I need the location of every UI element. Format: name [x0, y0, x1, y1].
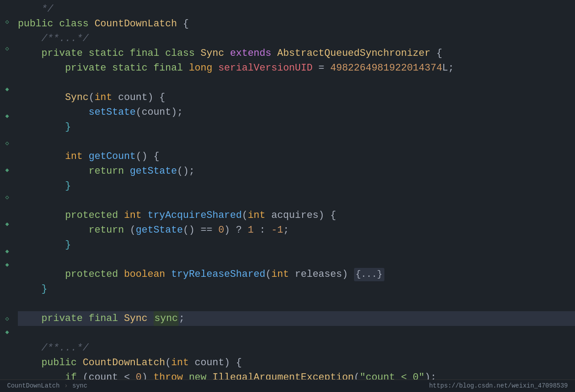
- gutter-icon-7[interactable]: ◆: [3, 83, 11, 96]
- line-10: [18, 134, 575, 149]
- line-22: private final Sync sync;: [18, 311, 575, 326]
- token-count1: count) {: [118, 90, 165, 105]
- token-static2: static: [112, 61, 153, 75]
- editor-container: ◇ ◇ ◆ ◆ ◇ ◆ ◇ ◆ ◆ ◆ ◇ ◆: [0, 0, 575, 392]
- token-new: new: [189, 370, 212, 379]
- token-sync2: Sync: [65, 90, 89, 105]
- gutter-icon-28: [3, 366, 11, 379]
- line-3: /**...*/: [18, 31, 575, 46]
- token-if: if: [65, 370, 83, 379]
- token-long: long: [189, 61, 218, 75]
- gutter-icon-4[interactable]: ◇: [3, 42, 11, 56]
- token-indent14: [18, 282, 42, 296]
- line-2: public class CountDownLatch {: [18, 17, 575, 31]
- token-int4: int: [248, 208, 271, 223]
- breadcrumb-member: sync: [72, 381, 88, 391]
- gutter-icon-19[interactable]: ◆: [3, 245, 11, 258]
- token-return2: return: [88, 223, 129, 238]
- token-close1: }: [65, 120, 71, 134]
- token-ta-paren: (: [242, 208, 248, 223]
- gutter-icon-27: [3, 353, 11, 366]
- token-aqs: AbstractQueuedSynchronizer: [277, 46, 436, 61]
- token-class: class: [59, 17, 94, 31]
- token-zero: 0: [218, 223, 224, 238]
- token-paren-open: (: [130, 223, 136, 238]
- code-area: ◇ ◇ ◆ ◆ ◇ ◆ ◇ ◆ ◆ ◆ ◇ ◆: [0, 0, 575, 379]
- token-class2: class: [165, 46, 200, 61]
- token-indent15: [18, 311, 42, 326]
- token-close4: }: [42, 282, 47, 296]
- token-indent17: [18, 355, 42, 370]
- gutter-icon-17[interactable]: ◆: [3, 218, 11, 231]
- token-number: 4982264981922014374: [330, 61, 442, 75]
- line-7: Sync(int count) {: [18, 90, 575, 105]
- token-iae-close: );: [425, 370, 436, 379]
- token-tryrelease: tryReleaseShared: [171, 267, 265, 282]
- gutter-icon-18: [3, 231, 11, 245]
- token-public2: public: [42, 355, 83, 370]
- token-ternary: () ==: [183, 223, 218, 238]
- token-tryacquire: tryAcquireShared: [147, 208, 242, 223]
- line-26: if (count < 0) throw new IllegalArgument…: [18, 370, 575, 379]
- line-13: }: [18, 179, 575, 193]
- gutter-icon-5: [3, 56, 11, 69]
- token-if-paren: (count <: [83, 370, 136, 379]
- token-setstate-args: (count);: [136, 105, 183, 120]
- token-eq: =: [312, 61, 330, 75]
- gutter-icon-13[interactable]: ◆: [3, 164, 11, 177]
- token-boolean: boolean: [124, 267, 171, 282]
- token-sync3: Sync: [124, 311, 154, 326]
- token-indent5: [18, 105, 88, 120]
- token-getstate2: getState: [136, 223, 183, 238]
- gutter-icon-23: [3, 299, 11, 312]
- token-int3: int: [124, 208, 148, 223]
- token-javadoc2: /**...*/: [42, 341, 89, 355]
- gutter-icon-16: [3, 204, 11, 217]
- token-extends: extends: [230, 46, 277, 61]
- status-url: https://blog.csdn.net/weixin_47098539: [429, 381, 568, 391]
- gutter-icon-1: [3, 2, 11, 15]
- token-final1: final: [130, 46, 165, 61]
- gutter-icon-15[interactable]: ◇: [3, 191, 11, 204]
- token-final3: final: [88, 311, 124, 326]
- token-indent3: [18, 61, 65, 75]
- token-comment-end: */: [18, 2, 53, 17]
- token-gc-paren: () {: [136, 149, 159, 164]
- token-neg1: -1: [271, 223, 283, 238]
- gutter-icon-21: [3, 271, 11, 285]
- token-indent16: [18, 341, 42, 355]
- gutter-icon-24[interactable]: ◇: [3, 312, 11, 325]
- gutter-icon-20[interactable]: ◆: [3, 258, 11, 271]
- token-getcount: getCount: [88, 149, 136, 164]
- token-classname: CountDownLatch: [95, 17, 183, 31]
- token-int6: int: [171, 355, 195, 370]
- token-close2: }: [65, 179, 71, 193]
- gutter-icon-22: [3, 285, 11, 299]
- token-cdl-paren: (: [165, 355, 171, 370]
- token-if-close: ): [142, 370, 153, 379]
- gutter-icon-2[interactable]: ◇: [3, 15, 11, 29]
- token-releases: releases): [295, 267, 354, 282]
- gutter-icon-9[interactable]: ◆: [3, 110, 11, 123]
- token-serialuid: serialVersionUID: [218, 61, 312, 75]
- gutter-icon-25[interactable]: ◆: [3, 325, 11, 339]
- line-21: [18, 296, 575, 311]
- gutter-icon-11[interactable]: ◇: [3, 137, 11, 150]
- line-4: private static final class Sync extends …: [18, 46, 575, 61]
- line-16: return (getState() == 0) ? 1 : -1;: [18, 223, 575, 238]
- token-getstate: getState: [130, 164, 177, 179]
- token-indent7: [18, 149, 65, 164]
- gutter-icon-10: [3, 123, 11, 137]
- token-protected2: protected: [65, 267, 124, 282]
- line-18: [18, 252, 575, 267]
- token-indent12: [18, 238, 65, 252]
- line-19: protected boolean tryReleaseShared(int r…: [18, 267, 575, 282]
- token-zero2: 0: [136, 370, 142, 379]
- token-cdl: CountDownLatch: [83, 355, 165, 370]
- token-string: "count < 0": [360, 370, 425, 379]
- token-private3: private: [42, 311, 89, 326]
- token-ternary2: ) ?: [224, 223, 248, 238]
- breadcrumb: CountDownLatch › sync: [7, 381, 88, 391]
- token-indent8: [18, 164, 88, 179]
- token-collapsed[interactable]: {...}: [354, 268, 384, 281]
